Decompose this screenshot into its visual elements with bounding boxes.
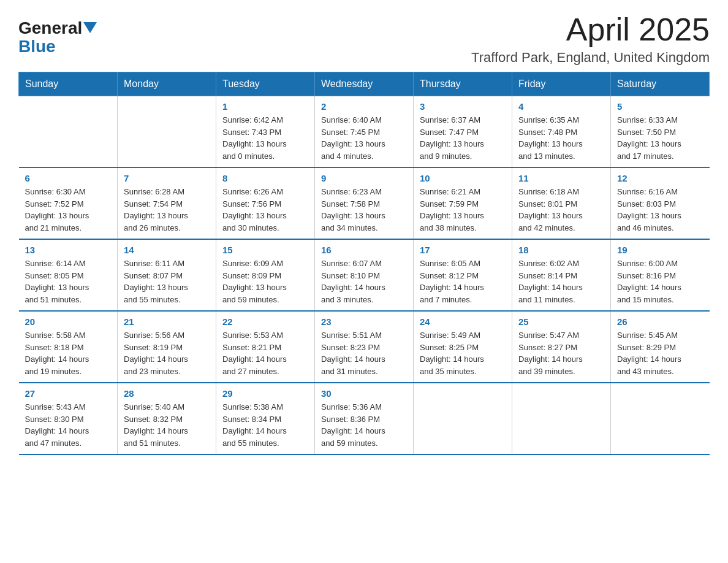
svg-marker-0	[83, 22, 97, 33]
day-number: 23	[321, 316, 407, 327]
calendar-cell: 23Sunrise: 5:51 AM Sunset: 8:23 PM Dayli…	[315, 311, 414, 383]
weekday-header-wednesday: Wednesday	[315, 72, 414, 96]
day-info: Sunrise: 5:58 AM Sunset: 8:18 PM Dayligh…	[25, 329, 112, 377]
logo-blue-text: Blue	[18, 38, 56, 55]
day-number: 19	[617, 245, 703, 255]
calendar-week-row: 13Sunrise: 6:14 AM Sunset: 8:05 PM Dayli…	[19, 239, 710, 311]
day-number: 13	[25, 245, 112, 255]
calendar-cell	[512, 383, 611, 454]
calendar-cell: 27Sunrise: 5:43 AM Sunset: 8:30 PM Dayli…	[19, 383, 118, 454]
logo-triangle-icon	[83, 22, 97, 36]
day-number: 8	[222, 173, 308, 183]
day-number: 10	[420, 173, 506, 183]
title-block: April 2025 Trafford Park, England, Unite…	[471, 12, 710, 66]
page-title: April 2025	[471, 12, 710, 47]
calendar-cell	[414, 383, 512, 454]
calendar-cell: 3Sunrise: 6:37 AM Sunset: 7:47 PM Daylig…	[414, 96, 512, 168]
day-number: 28	[124, 388, 210, 399]
day-number: 12	[617, 173, 703, 183]
calendar-cell	[611, 383, 710, 454]
calendar-cell: 9Sunrise: 6:23 AM Sunset: 7:58 PM Daylig…	[315, 167, 414, 239]
day-number: 16	[321, 245, 407, 255]
day-number: 25	[518, 316, 604, 327]
day-number: 7	[124, 173, 210, 183]
calendar-cell	[19, 96, 118, 168]
calendar-cell: 12Sunrise: 6:16 AM Sunset: 8:03 PM Dayli…	[611, 167, 710, 239]
day-number: 17	[420, 245, 506, 255]
day-number: 2	[321, 101, 407, 112]
day-info: Sunrise: 6:23 AM Sunset: 7:58 PM Dayligh…	[321, 186, 407, 234]
day-info: Sunrise: 6:37 AM Sunset: 7:47 PM Dayligh…	[420, 114, 506, 162]
day-info: Sunrise: 6:18 AM Sunset: 8:01 PM Dayligh…	[518, 186, 604, 234]
day-number: 21	[124, 316, 210, 327]
calendar-cell: 6Sunrise: 6:30 AM Sunset: 7:52 PM Daylig…	[19, 167, 118, 239]
day-number: 27	[25, 388, 112, 399]
calendar-cell: 26Sunrise: 5:45 AM Sunset: 8:29 PM Dayli…	[611, 311, 710, 383]
calendar-cell: 20Sunrise: 5:58 AM Sunset: 8:18 PM Dayli…	[19, 311, 118, 383]
calendar-table: SundayMondayTuesdayWednesdayThursdayFrid…	[18, 72, 710, 455]
day-number: 11	[518, 173, 604, 183]
day-info: Sunrise: 5:38 AM Sunset: 8:34 PM Dayligh…	[222, 401, 308, 449]
calendar-cell: 11Sunrise: 6:18 AM Sunset: 8:01 PM Dayli…	[512, 167, 611, 239]
calendar-week-row: 1Sunrise: 6:42 AM Sunset: 7:43 PM Daylig…	[19, 96, 710, 168]
day-info: Sunrise: 6:05 AM Sunset: 8:12 PM Dayligh…	[420, 258, 506, 305]
calendar-cell: 22Sunrise: 5:53 AM Sunset: 8:21 PM Dayli…	[216, 311, 315, 383]
calendar-header-row: SundayMondayTuesdayWednesdayThursdayFrid…	[19, 72, 710, 96]
day-number: 1	[222, 101, 308, 112]
calendar-week-row: 6Sunrise: 6:30 AM Sunset: 7:52 PM Daylig…	[19, 167, 710, 239]
weekday-header-friday: Friday	[512, 72, 611, 96]
day-number: 9	[321, 173, 407, 183]
day-info: Sunrise: 5:40 AM Sunset: 8:32 PM Dayligh…	[124, 401, 210, 449]
calendar-cell: 30Sunrise: 5:36 AM Sunset: 8:36 PM Dayli…	[315, 383, 414, 454]
calendar-cell: 28Sunrise: 5:40 AM Sunset: 8:32 PM Dayli…	[118, 383, 216, 454]
calendar-cell: 10Sunrise: 6:21 AM Sunset: 7:59 PM Dayli…	[414, 167, 512, 239]
calendar-cell: 19Sunrise: 6:00 AM Sunset: 8:16 PM Dayli…	[611, 239, 710, 311]
day-info: Sunrise: 5:53 AM Sunset: 8:21 PM Dayligh…	[222, 329, 308, 377]
calendar-cell: 1Sunrise: 6:42 AM Sunset: 7:43 PM Daylig…	[216, 96, 315, 168]
day-number: 5	[617, 101, 703, 112]
day-info: Sunrise: 6:33 AM Sunset: 7:50 PM Dayligh…	[617, 114, 703, 162]
day-number: 3	[420, 101, 506, 112]
day-number: 30	[321, 388, 407, 399]
day-number: 4	[518, 101, 604, 112]
day-number: 22	[222, 316, 308, 327]
calendar-cell: 4Sunrise: 6:35 AM Sunset: 7:48 PM Daylig…	[512, 96, 611, 168]
calendar-cell: 17Sunrise: 6:05 AM Sunset: 8:12 PM Dayli…	[414, 239, 512, 311]
calendar-cell	[118, 96, 216, 168]
day-info: Sunrise: 6:42 AM Sunset: 7:43 PM Dayligh…	[222, 114, 308, 162]
calendar-cell: 21Sunrise: 5:56 AM Sunset: 8:19 PM Dayli…	[118, 311, 216, 383]
day-info: Sunrise: 5:49 AM Sunset: 8:25 PM Dayligh…	[420, 329, 506, 377]
weekday-header-sunday: Sunday	[19, 72, 118, 96]
calendar-cell: 15Sunrise: 6:09 AM Sunset: 8:09 PM Dayli…	[216, 239, 315, 311]
day-info: Sunrise: 6:35 AM Sunset: 7:48 PM Dayligh…	[518, 114, 604, 162]
day-info: Sunrise: 6:11 AM Sunset: 8:07 PM Dayligh…	[124, 258, 210, 305]
day-info: Sunrise: 6:00 AM Sunset: 8:16 PM Dayligh…	[617, 258, 703, 305]
day-info: Sunrise: 5:47 AM Sunset: 8:27 PM Dayligh…	[518, 329, 604, 377]
logo: General Blue	[18, 18, 97, 55]
day-info: Sunrise: 5:43 AM Sunset: 8:30 PM Dayligh…	[25, 401, 112, 449]
day-number: 14	[124, 245, 210, 255]
day-info: Sunrise: 5:51 AM Sunset: 8:23 PM Dayligh…	[321, 329, 407, 377]
day-info: Sunrise: 5:36 AM Sunset: 8:36 PM Dayligh…	[321, 401, 407, 449]
weekday-header-saturday: Saturday	[611, 72, 710, 96]
day-number: 26	[617, 316, 703, 327]
calendar-cell: 5Sunrise: 6:33 AM Sunset: 7:50 PM Daylig…	[611, 96, 710, 168]
day-info: Sunrise: 6:30 AM Sunset: 7:52 PM Dayligh…	[25, 186, 112, 234]
calendar-cell: 16Sunrise: 6:07 AM Sunset: 8:10 PM Dayli…	[315, 239, 414, 311]
day-info: Sunrise: 6:07 AM Sunset: 8:10 PM Dayligh…	[321, 258, 407, 305]
day-number: 15	[222, 245, 308, 255]
calendar-cell: 13Sunrise: 6:14 AM Sunset: 8:05 PM Dayli…	[19, 239, 118, 311]
calendar-cell: 7Sunrise: 6:28 AM Sunset: 7:54 PM Daylig…	[118, 167, 216, 239]
logo-general-text: General	[18, 20, 82, 37]
day-info: Sunrise: 6:21 AM Sunset: 7:59 PM Dayligh…	[420, 186, 506, 234]
day-number: 6	[25, 173, 112, 183]
day-info: Sunrise: 6:16 AM Sunset: 8:03 PM Dayligh…	[617, 186, 703, 234]
day-info: Sunrise: 5:56 AM Sunset: 8:19 PM Dayligh…	[124, 329, 210, 377]
day-info: Sunrise: 6:26 AM Sunset: 7:56 PM Dayligh…	[222, 186, 308, 234]
calendar-cell: 8Sunrise: 6:26 AM Sunset: 7:56 PM Daylig…	[216, 167, 315, 239]
page-subtitle: Trafford Park, England, United Kingdom	[471, 50, 710, 66]
day-number: 24	[420, 316, 506, 327]
day-info: Sunrise: 6:14 AM Sunset: 8:05 PM Dayligh…	[25, 258, 112, 305]
weekday-header-tuesday: Tuesday	[216, 72, 315, 96]
calendar-week-row: 20Sunrise: 5:58 AM Sunset: 8:18 PM Dayli…	[19, 311, 710, 383]
